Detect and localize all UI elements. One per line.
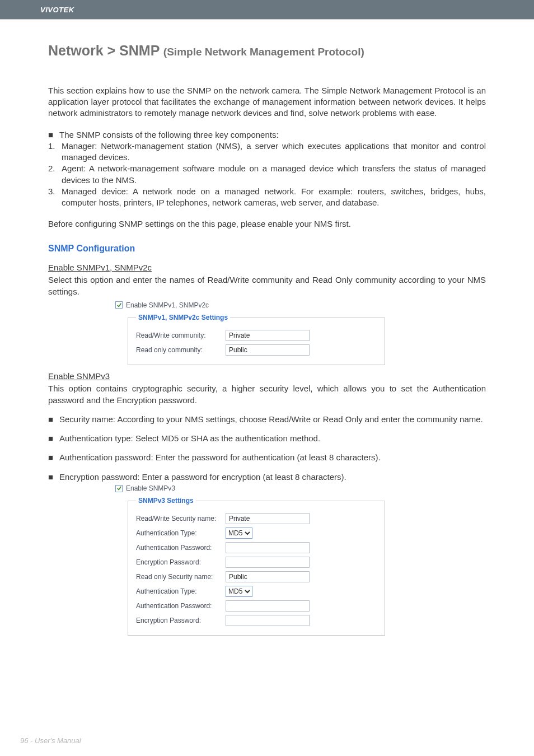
v3-heading: Enable SNMPv3 bbox=[48, 371, 486, 382]
page-content: Network > SNMP (Simple Network Managemen… bbox=[0, 20, 534, 636]
rw-community-input[interactable] bbox=[226, 330, 310, 341]
v1v2c-legend: SNMPv1, SNMPv2c Settings bbox=[136, 313, 230, 322]
v1v2c-desc: Select this option and enter the names o… bbox=[48, 274, 486, 297]
enc-pw-input-1[interactable] bbox=[226, 557, 310, 568]
ro-community-input[interactable] bbox=[226, 344, 310, 356]
components-item-2: Agent: A network-management software mod… bbox=[62, 163, 486, 186]
v3-bullet-1: Security name: According to your NMS set… bbox=[59, 414, 486, 425]
snmp-config-heading: SNMP Configuration bbox=[48, 242, 486, 255]
num-marker: 2. bbox=[48, 163, 62, 186]
components-item-3: Managed device: A network node on a mana… bbox=[62, 186, 486, 209]
title-main: Network > SNMP bbox=[48, 43, 163, 58]
v3-bullet-2: Authentication type: Select MD5 or SHA a… bbox=[59, 433, 486, 444]
enc-pw-input-2[interactable] bbox=[226, 615, 310, 626]
auth-type-label-1: Authentication Type: bbox=[136, 529, 226, 538]
auth-type-select-1[interactable]: MD5 bbox=[226, 528, 252, 539]
auth-pw-label-1: Authentication Password: bbox=[136, 543, 226, 552]
auth-type-label-2: Authentication Type: bbox=[136, 587, 226, 596]
bullet-icon: ■ bbox=[48, 472, 59, 483]
auth-pw-input-2[interactable] bbox=[226, 600, 310, 612]
ro-community-label: Read only community: bbox=[136, 346, 226, 354]
v3-settings-panel: Enable SNMPv3 SNMPv3 Settings Read/Write… bbox=[115, 484, 486, 636]
bullet-icon: ■ bbox=[48, 433, 59, 444]
auth-pw-label-2: Authentication Password: bbox=[136, 601, 226, 610]
rw-secname-input[interactable] bbox=[226, 513, 310, 524]
ro-secname-input[interactable] bbox=[226, 571, 310, 582]
rw-secname-label: Read/Write Security name: bbox=[136, 514, 226, 523]
num-marker: 1. bbox=[48, 141, 62, 164]
bullet-icon: ■ bbox=[48, 452, 59, 463]
v3-enable-label: Enable SNMPv3 bbox=[126, 484, 175, 493]
bullet-icon: ■ bbox=[48, 414, 59, 425]
components-block: ■ The SNMP consists of the following thr… bbox=[48, 129, 486, 209]
ro-secname-label: Read only Security name: bbox=[136, 572, 226, 581]
title-sub: (Simple Network Management Protocol) bbox=[163, 46, 364, 58]
enc-pw-label-2: Encryption Password: bbox=[136, 616, 226, 625]
v1v2c-settings-panel: Enable SNMPv1, SNMPv2c SNMPv1, SNMPv2c S… bbox=[115, 301, 486, 365]
checkbox-checked-icon[interactable] bbox=[115, 301, 123, 309]
brand-text: VIVOTEK bbox=[40, 6, 74, 14]
before-paragraph: Before configuring SNMP settings on the … bbox=[48, 218, 486, 230]
v1v2c-enable-label: Enable SNMPv1, SNMPv2c bbox=[126, 301, 209, 310]
v1v2c-block: Enable SNMPv1, SNMPv2c Select this optio… bbox=[48, 262, 486, 365]
intro-paragraph: This section explains how to use the SNM… bbox=[48, 85, 486, 119]
components-lead: The SNMP consists of the following three… bbox=[59, 129, 486, 141]
components-item-1: Manager: Network-management station (NMS… bbox=[62, 141, 486, 164]
bullet-icon: ■ bbox=[48, 129, 59, 141]
page-footer: 96 - User's Manual bbox=[20, 736, 81, 745]
v3-enable-row: Enable SNMPv3 bbox=[115, 484, 486, 493]
v3-fieldset: SNMPv3 Settings Read/Write Security name… bbox=[128, 496, 385, 636]
v3-block: Enable SNMPv3 This option contains crypt… bbox=[48, 371, 486, 636]
v3-bullet-4: Encryption password: Enter a password fo… bbox=[59, 472, 486, 483]
v3-legend: SNMPv3 Settings bbox=[136, 496, 196, 505]
page-title: Network > SNMP (Simple Network Managemen… bbox=[48, 41, 486, 60]
v1v2c-fieldset: SNMPv1, SNMPv2c Settings Read/Write comm… bbox=[128, 313, 385, 365]
rw-community-label: Read/Write community: bbox=[136, 331, 226, 340]
v1v2c-heading: Enable SNMPv1, SNMPv2c bbox=[48, 262, 486, 273]
auth-type-select-2[interactable]: MD5 bbox=[226, 586, 252, 597]
v3-desc: This option contains cryptographic secur… bbox=[48, 383, 486, 406]
enc-pw-label-1: Encryption Password: bbox=[136, 558, 226, 567]
page-header: VIVOTEK bbox=[0, 0, 534, 19]
checkbox-checked-icon[interactable] bbox=[115, 485, 123, 492]
v3-bullet-3: Authentication password: Enter the passw… bbox=[59, 452, 486, 463]
v1v2c-enable-row: Enable SNMPv1, SNMPv2c bbox=[115, 301, 486, 310]
auth-pw-input-1[interactable] bbox=[226, 542, 310, 553]
num-marker: 3. bbox=[48, 186, 62, 209]
